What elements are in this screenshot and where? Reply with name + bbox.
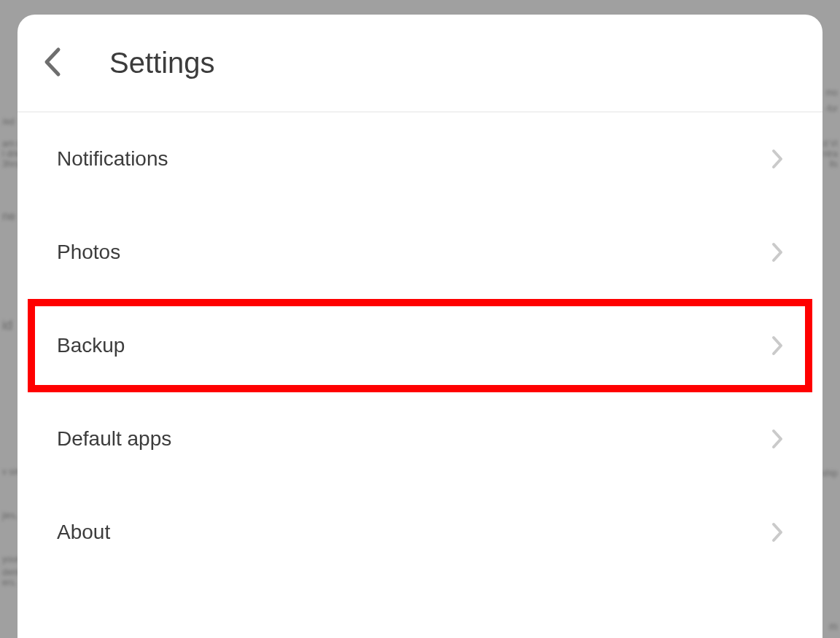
page-title: Settings bbox=[109, 47, 215, 79]
back-button[interactable] bbox=[39, 44, 66, 82]
chevron-right-icon bbox=[771, 429, 783, 449]
settings-item-backup[interactable]: Backup bbox=[28, 299, 812, 392]
settings-item-label: Default apps bbox=[57, 427, 171, 451]
settings-item-notifications[interactable]: Notifications bbox=[18, 112, 822, 206]
settings-modal: Settings Notifications Photos Backup bbox=[18, 15, 822, 638]
settings-item-label: Photos bbox=[57, 241, 120, 264]
settings-list: Notifications Photos Backup bbox=[18, 112, 822, 579]
settings-item-about[interactable]: About bbox=[18, 486, 822, 579]
chevron-right-icon bbox=[771, 522, 783, 542]
chevron-right-icon bbox=[771, 149, 783, 169]
settings-item-default-apps[interactable]: Default apps bbox=[18, 392, 822, 486]
settings-item-label: About bbox=[57, 521, 110, 544]
settings-item-label: Backup bbox=[57, 334, 125, 357]
chevron-left-icon bbox=[42, 47, 63, 79]
modal-header: Settings bbox=[18, 15, 822, 112]
settings-item-photos[interactable]: Photos bbox=[18, 206, 822, 299]
chevron-right-icon bbox=[771, 242, 783, 262]
settings-item-label: Notifications bbox=[57, 147, 168, 171]
chevron-right-icon bbox=[771, 335, 783, 356]
